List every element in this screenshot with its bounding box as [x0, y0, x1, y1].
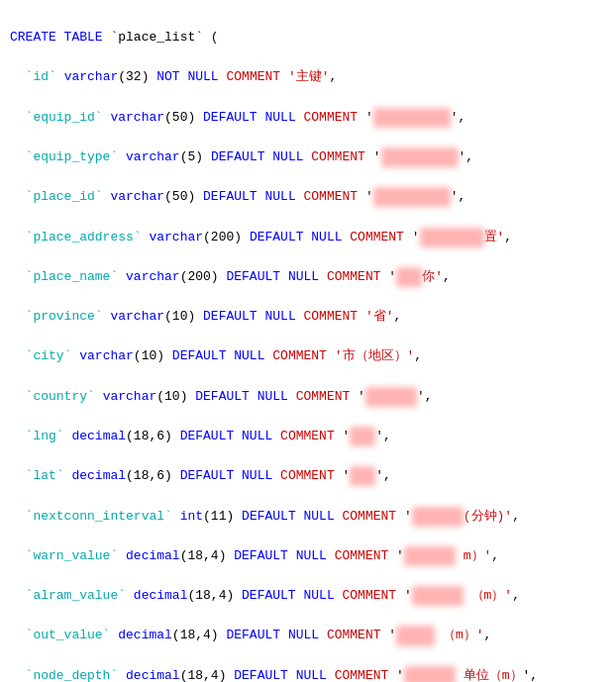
create-kw: CREATE TABLE [10, 30, 103, 45]
line-5: `place_id` varchar(50) DEFAULT NULL COMM… [10, 187, 606, 207]
line-12: `lat` decimal(18,6) DEFAULT NULL COMMENT… [10, 466, 606, 486]
sql-code-block: CREATE TABLE `place_list` ( `id` varchar… [10, 8, 606, 682]
line-6: `place_address` varchar(200) DEFAULT NUL… [10, 228, 606, 247]
line-7: `place_name` varchar(200) DEFAULT NULL C… [10, 267, 606, 287]
line-11: `lng` decimal(18,6) DEFAULT NULL COMMENT… [10, 427, 606, 446]
line-14: `warn_value` decimal(18,4) DEFAULT NULL … [10, 546, 606, 566]
table-name: `place_list` ( [110, 30, 218, 45]
line-16: `out_value` decimal(18,4) DEFAULT NULL C… [10, 626, 606, 645]
col-id: `id` [26, 69, 56, 84]
line-3: `equip_id` varchar(50) DEFAULT NULL COMM… [10, 108, 606, 128]
line-1: CREATE TABLE `place_list` ( [10, 28, 606, 48]
line-8: `province` varchar(10) DEFAULT NULL COMM… [10, 307, 606, 327]
line-4: `equip_type` varchar(5) DEFAULT NULL COM… [10, 147, 606, 167]
line-9: `city` varchar(10) DEFAULT NULL COMMENT … [10, 346, 606, 366]
line-15: `alram_value` decimal(18,4) DEFAULT NULL… [10, 586, 606, 606]
line-17: `node_depth` decimal(18,4) DEFAULT NULL … [10, 666, 606, 682]
type-varchar: varchar [64, 69, 119, 84]
line-2: `id` varchar(32) NOT NULL COMMENT '主键', [10, 67, 606, 87]
line-10: `country` varchar(10) DEFAULT NULL COMME… [10, 387, 606, 407]
line-13: `nextconn_interval` int(11) DEFAULT NULL… [10, 507, 606, 527]
